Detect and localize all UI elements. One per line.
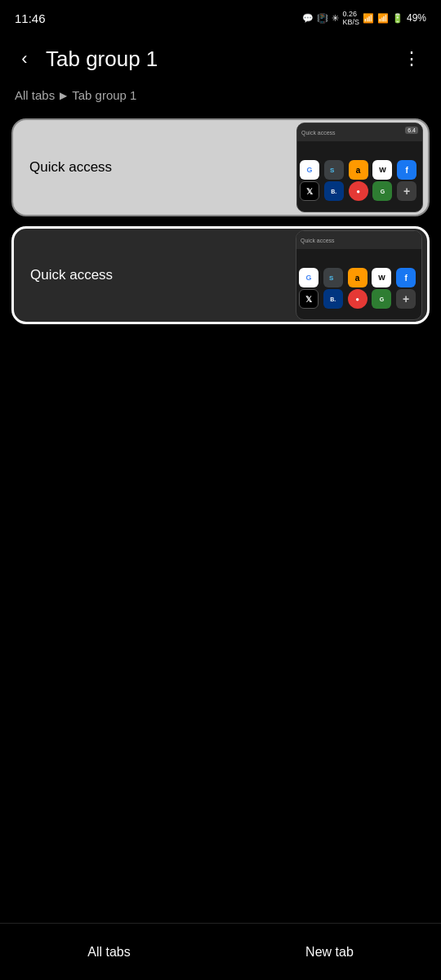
- whatsapp-icon: 💬: [302, 13, 314, 24]
- battery-percent: 49%: [407, 12, 426, 24]
- preview-top-bar-2: Quick access: [296, 231, 421, 249]
- bluetooth-icon: ✳: [332, 13, 339, 24]
- tab-card-2-preview: Quick access G S a W f 𝕏 B. ● G +: [296, 230, 422, 320]
- games-icon: G: [372, 181, 392, 201]
- new-tab-button[interactable]: New tab: [281, 937, 378, 968]
- all-tabs-label: All tabs: [87, 945, 130, 959]
- amazon-icon: a: [349, 160, 368, 180]
- more-options-button[interactable]: ⋮: [395, 42, 428, 75]
- preview-top-bar: Quick access: [297, 123, 422, 141]
- preview-icon-grid: G S a W f 𝕏 B. ● G +: [297, 158, 422, 203]
- new-tab-label: New tab: [305, 945, 354, 959]
- google-icon: G: [300, 160, 319, 180]
- tab-card-1-label: Quick access: [13, 159, 296, 176]
- tabs-container: Quick access Quick access 6.4 G S a W f …: [0, 112, 441, 331]
- wiki-icon-2: W: [372, 268, 391, 287]
- facebook-icon: f: [397, 160, 416, 180]
- vibrate-icon: 📳: [317, 13, 328, 24]
- tab-card-1-preview: Quick access 6.4 G S a W f 𝕏 B. ● G +: [296, 122, 423, 212]
- wiki-icon: W: [372, 160, 392, 180]
- preview-label: Quick access: [301, 130, 336, 136]
- add-icon: +: [397, 181, 416, 201]
- tab-card-1[interactable]: Quick access Quick access 6.4 G S a W f …: [11, 118, 430, 216]
- breadcrumb: All tabs ▶ Tab group 1: [0, 85, 441, 112]
- shop-icon: S: [324, 160, 344, 180]
- preview-label-2: Quick access: [301, 238, 335, 243]
- bottom-nav: All tabs New tab: [0, 923, 441, 980]
- sheeter-icon-2: ●: [348, 289, 368, 309]
- facebook-icon-2: f: [396, 268, 416, 287]
- page-title: Tab group 1: [46, 47, 395, 72]
- breadcrumb-all-tabs[interactable]: All tabs: [15, 88, 55, 102]
- back-icon: ‹: [21, 48, 27, 69]
- shop-icon-2: S: [323, 268, 343, 287]
- games-icon-2: G: [372, 289, 391, 309]
- tab-card-2[interactable]: Quick access Quick access G S a W f 𝕏 B.…: [11, 226, 430, 324]
- status-icons: 💬 📳 ✳ 0.26KB/S 📶 📶 🔋 49%: [302, 10, 426, 26]
- svg-text:S: S: [330, 167, 335, 174]
- breadcrumb-current: Tab group 1: [72, 88, 136, 102]
- battery-icon: 🔋: [392, 13, 403, 24]
- wifi-icon: 📶: [363, 13, 374, 24]
- breadcrumb-arrow: ▶: [60, 90, 67, 101]
- back-button[interactable]: ‹: [8, 42, 41, 75]
- status-time: 11:46: [15, 11, 46, 25]
- add-icon-2: +: [396, 289, 416, 309]
- x-icon: 𝕏: [300, 181, 319, 201]
- data-speed-icon: 0.26KB/S: [342, 10, 359, 26]
- preview-icon-grid-2: G S a W f 𝕏 B. ● G +: [296, 265, 421, 311]
- sheeter-icon: ●: [349, 181, 368, 201]
- count-badge: 6.4: [405, 127, 418, 134]
- google-icon-2: G: [299, 268, 318, 287]
- booking-icon: B.: [324, 181, 344, 201]
- amazon-icon-2: a: [348, 268, 368, 287]
- header: ‹ Tab group 1 ⋮: [0, 33, 441, 85]
- tab-card-2-label: Quick access: [14, 267, 296, 283]
- signal-icon: 📶: [377, 13, 389, 24]
- all-tabs-button[interactable]: All tabs: [63, 937, 154, 968]
- status-bar: 11:46 💬 📳 ✳ 0.26KB/S 📶 📶 🔋 49%: [0, 0, 441, 33]
- more-icon: ⋮: [403, 48, 421, 69]
- x-icon-2: 𝕏: [299, 289, 318, 309]
- booking-icon-2: B.: [323, 289, 343, 309]
- svg-text:S: S: [329, 274, 334, 282]
